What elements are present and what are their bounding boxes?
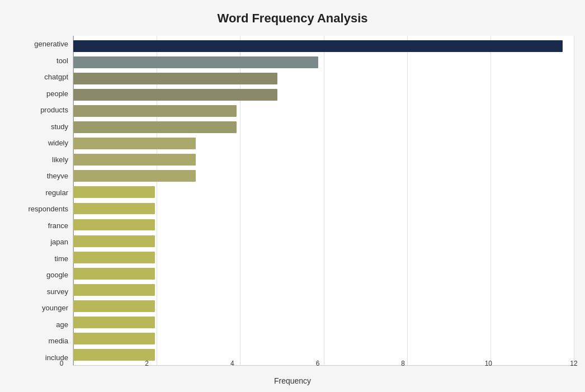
bar-row bbox=[73, 184, 563, 200]
bar-row bbox=[73, 282, 563, 298]
y-label: study bbox=[51, 119, 68, 135]
bar bbox=[73, 268, 155, 280]
chart-title: Word Frequency Analysis bbox=[11, 11, 574, 26]
bar bbox=[73, 170, 196, 182]
bar bbox=[73, 186, 155, 198]
y-label: widely bbox=[48, 135, 68, 152]
bar-row bbox=[73, 168, 563, 184]
y-label: regular bbox=[46, 185, 68, 201]
y-label: survey bbox=[47, 284, 68, 300]
bar-row bbox=[73, 266, 563, 282]
bar bbox=[73, 40, 563, 52]
x-tick: 12 bbox=[570, 360, 577, 367]
y-label: japan bbox=[50, 234, 68, 251]
bar-row bbox=[73, 298, 563, 314]
bar bbox=[73, 105, 237, 117]
y-label: products bbox=[40, 102, 68, 119]
bar bbox=[73, 284, 155, 296]
bar bbox=[73, 73, 277, 84]
bar-row bbox=[73, 135, 563, 152]
bar bbox=[73, 203, 155, 215]
bar-row bbox=[73, 54, 563, 70]
bars-area bbox=[73, 36, 574, 366]
y-label: france bbox=[48, 218, 68, 234]
bar bbox=[73, 317, 155, 328]
chart-container: Word Frequency Analysis generativetoolch… bbox=[0, 0, 585, 392]
y-label: people bbox=[46, 86, 68, 102]
bar bbox=[73, 235, 155, 247]
bar bbox=[73, 300, 155, 312]
bar bbox=[73, 56, 318, 68]
x-tick: 0 bbox=[60, 360, 64, 367]
x-axis-label: Frequency bbox=[0, 376, 585, 385]
bar bbox=[73, 154, 196, 166]
bar bbox=[73, 349, 155, 361]
y-labels: generativetoolchatgptpeopleproductsstudy… bbox=[11, 36, 73, 366]
bar-row bbox=[73, 249, 563, 266]
bar-row bbox=[73, 217, 563, 233]
bar bbox=[73, 89, 277, 101]
bar-row bbox=[73, 87, 563, 103]
y-label: younger bbox=[42, 300, 68, 317]
y-label: media bbox=[49, 333, 68, 350]
bar bbox=[73, 219, 155, 231]
y-label: respondents bbox=[28, 201, 68, 218]
y-label: age bbox=[56, 317, 68, 333]
y-label: tool bbox=[56, 53, 68, 69]
grid-line bbox=[574, 36, 574, 365]
bar-row bbox=[73, 233, 563, 249]
bar-row bbox=[73, 70, 563, 87]
bar-row bbox=[73, 119, 563, 135]
chart-area: generativetoolchatgptpeopleproductsstudy… bbox=[11, 36, 574, 366]
y-label: time bbox=[54, 251, 68, 267]
y-label: chatgpt bbox=[44, 69, 68, 86]
bar bbox=[73, 252, 155, 263]
y-label: theyve bbox=[47, 168, 68, 185]
y-label: likely bbox=[52, 152, 68, 168]
bar-row bbox=[73, 200, 563, 216]
bar-row bbox=[73, 314, 563, 330]
y-label: generative bbox=[34, 36, 68, 53]
bar-row bbox=[73, 38, 563, 54]
y-label: google bbox=[46, 267, 68, 284]
bar bbox=[73, 138, 196, 149]
bar-row bbox=[73, 103, 563, 119]
bar-row bbox=[73, 347, 563, 363]
bar-row bbox=[73, 330, 563, 347]
bar bbox=[73, 333, 155, 344]
bar bbox=[73, 121, 237, 133]
bar-row bbox=[73, 152, 563, 168]
